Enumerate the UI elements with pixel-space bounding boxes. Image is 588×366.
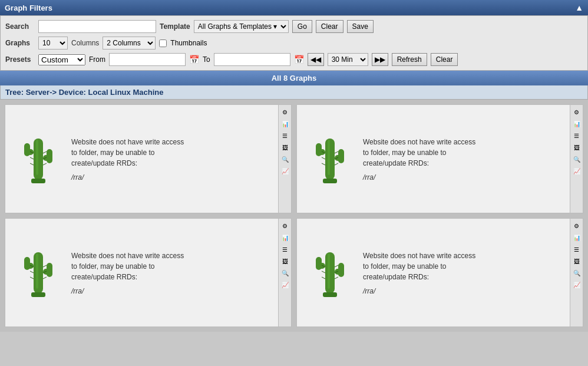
svg-line-21 (322, 157, 325, 159)
svg-rect-18 (328, 140, 330, 175)
svg-line-8 (30, 157, 34, 159)
cactus-image-4 (306, 240, 354, 305)
graph-error-message-3: Website does not have write accessto fol… (71, 250, 184, 295)
graph-error-message-1: Website does not have write accessto fol… (71, 137, 184, 182)
svg-rect-6 (31, 179, 45, 183)
presets-row: Presets CustomDefaultLast HourLast DayLa… (5, 51, 583, 68)
svg-rect-28 (24, 257, 30, 270)
image-icon-2[interactable]: 🖼 (572, 143, 582, 152)
zoom-icon-4[interactable]: 🔍 (572, 268, 582, 278)
bar-icon-3[interactable]: 📈 (280, 280, 290, 289)
svg-line-51 (335, 277, 338, 279)
bar-icon-2[interactable]: 📈 (572, 166, 582, 176)
svg-line-49 (335, 265, 338, 267)
graph-icon-2[interactable]: 📊 (572, 119, 582, 128)
template-label: Template (160, 22, 190, 31)
to-datetime-input[interactable]: 2020-04-03 09:21 (214, 53, 290, 66)
svg-line-34 (30, 271, 34, 273)
image-icon-4[interactable]: 🖼 (572, 256, 582, 266)
forward-nav-button[interactable]: ▶▶ (372, 53, 388, 66)
columns-select[interactable]: 2 Columns1 Column3 Columns4 Columns (103, 37, 156, 50)
svg-rect-2 (24, 143, 30, 156)
graphs-label: Graphs (5, 39, 35, 47)
svg-rect-43 (338, 263, 344, 277)
svg-line-36 (43, 265, 47, 267)
graph-card-2: Website does not have write accessto fol… (296, 104, 583, 213)
refresh-button[interactable]: Refresh (392, 53, 427, 66)
graph-error-message-4: Website does not have write accessto fol… (363, 250, 475, 295)
svg-rect-31 (36, 253, 38, 289)
from-datetime-input[interactable]: 2020-04-02 09:21 (109, 53, 186, 66)
search-template-row: Search Template All Graphs & Templates ▾… (5, 18, 583, 35)
graph-filters-panel: Graph Filters ▲ Search Template All Grap… (0, 0, 588, 332)
svg-line-48 (322, 277, 325, 279)
go-button[interactable]: Go (292, 20, 312, 33)
svg-line-10 (43, 151, 47, 153)
clear-button-top[interactable]: Clear (316, 20, 343, 33)
image-icon-3[interactable]: 🖼 (280, 256, 290, 266)
graph-card-1: Website does not have write accessto fol… (5, 104, 292, 213)
graphs-columns-row: Graphs 105152030 Columns 2 Columns1 Colu… (5, 35, 583, 51)
svg-line-12 (43, 163, 47, 165)
zoom-icon-1[interactable]: 🔍 (280, 154, 290, 164)
svg-rect-30 (47, 263, 52, 277)
svg-rect-41 (316, 257, 322, 270)
graph-icon-1[interactable]: 📊 (280, 119, 290, 128)
graph-error-message-2: Website does not have write accessto fol… (363, 137, 475, 182)
svg-line-35 (30, 277, 34, 279)
save-button[interactable]: Save (347, 20, 374, 33)
zoom-icon-3[interactable]: 🔍 (280, 268, 290, 278)
search-input[interactable] (38, 20, 156, 33)
bar-icon-4[interactable]: 📈 (572, 280, 582, 289)
gear-icon-4[interactable]: ⚙ (572, 221, 582, 230)
list-icon-1[interactable]: ☰ (280, 131, 290, 140)
from-label: From (89, 55, 105, 64)
zoom-icon-2[interactable]: 🔍 (572, 154, 582, 164)
svg-rect-44 (328, 253, 330, 289)
svg-rect-32 (31, 292, 45, 297)
graph-filters-header: Graph Filters ▲ (0, 0, 588, 15)
bar-icon-1[interactable]: 📈 (280, 166, 290, 176)
list-icon-4[interactable]: ☰ (572, 245, 582, 254)
gear-icon-2[interactable]: ⚙ (572, 107, 582, 117)
svg-line-9 (30, 163, 34, 165)
side-icons-2: ⚙ 📊 ☰ 🖼 🔍 📈 (570, 105, 583, 213)
svg-line-23 (335, 151, 338, 153)
to-label: To (203, 55, 210, 64)
svg-line-22 (322, 163, 325, 165)
graph-icon-3[interactable]: 📊 (280, 233, 290, 242)
gear-icon-3[interactable]: ⚙ (280, 221, 290, 230)
svg-line-47 (322, 271, 325, 273)
side-icons-1: ⚙ 📊 ☰ 🖼 🔍 📈 (278, 105, 291, 213)
columns-label: Columns (71, 39, 99, 47)
panel-title: Graph Filters (5, 4, 52, 12)
graph-icon-4[interactable]: 📊 (572, 233, 582, 242)
preset-select[interactable]: CustomDefaultLast HourLast DayLast Week (38, 54, 85, 65)
filters-container: Search Template All Graphs & Templates ▾… (0, 15, 588, 71)
back-nav-button[interactable]: ◀◀ (308, 53, 324, 66)
graphs-count-select[interactable]: 105152030 (38, 37, 68, 50)
search-label: Search (5, 22, 35, 31)
from-calendar-icon[interactable]: 📅 (189, 55, 199, 64)
graphs-grid: Website does not have write accessto fol… (0, 100, 588, 332)
time-range-select[interactable]: 30 Min1 Min5 Min15 Min1 Hour6 Hours1 Day (328, 53, 368, 66)
clear-button-presets[interactable]: Clear (431, 53, 458, 66)
list-icon-2[interactable]: ☰ (572, 131, 582, 140)
graph-content-2: Website does not have write accessto fol… (297, 105, 570, 213)
side-icons-4: ⚙ 📊 ☰ 🖼 🔍 📈 (570, 219, 583, 327)
image-icon-1[interactable]: 🖼 (280, 143, 290, 152)
gear-icon-1[interactable]: ⚙ (280, 107, 290, 117)
template-select[interactable]: All Graphs & Templates ▾ Graphs Only Tem… (194, 20, 289, 33)
svg-rect-17 (338, 149, 344, 163)
graph-content-4: Website does not have write accessto fol… (297, 219, 570, 327)
thumbnails-label: Thumbnails (170, 39, 207, 47)
svg-rect-4 (47, 149, 52, 163)
list-icon-3[interactable]: ☰ (280, 245, 290, 254)
tree-header: Tree: Server-> Device: Local Linux Machi… (0, 85, 588, 100)
thumbnails-checkbox[interactable] (159, 39, 167, 47)
svg-rect-5 (36, 140, 38, 175)
svg-rect-15 (316, 143, 322, 156)
svg-rect-45 (323, 292, 337, 297)
to-calendar-icon[interactable]: 📅 (294, 55, 304, 64)
collapse-icon[interactable]: ▲ (575, 3, 583, 12)
